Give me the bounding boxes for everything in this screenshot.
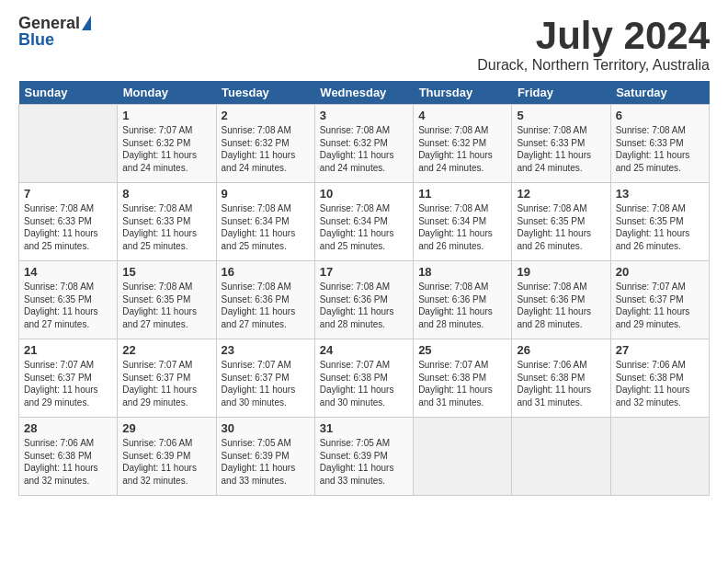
day-info: Sunrise: 7:08 AM Sunset: 6:35 PM Dayligh… (616, 202, 704, 252)
day-cell: 15Sunrise: 7:08 AM Sunset: 6:35 PM Dayli… (118, 261, 216, 339)
week-row-3: 14Sunrise: 7:08 AM Sunset: 6:35 PM Dayli… (19, 261, 710, 339)
day-cell: 13Sunrise: 7:08 AM Sunset: 6:35 PM Dayli… (610, 183, 709, 261)
day-number: 19 (517, 265, 605, 279)
day-info: Sunrise: 7:08 AM Sunset: 6:35 PM Dayligh… (517, 202, 605, 252)
day-cell: 2Sunrise: 7:08 AM Sunset: 6:32 PM Daylig… (216, 105, 314, 183)
day-cell: 19Sunrise: 7:08 AM Sunset: 6:36 PM Dayli… (512, 261, 610, 339)
header-cell-saturday: Saturday (610, 81, 709, 105)
header-cell-sunday: Sunday (19, 81, 118, 105)
day-cell: 29Sunrise: 7:06 AM Sunset: 6:39 PM Dayli… (118, 418, 216, 496)
day-cell (19, 105, 118, 183)
day-number: 27 (616, 343, 704, 357)
day-number: 23 (222, 343, 310, 357)
day-info: Sunrise: 7:07 AM Sunset: 6:32 PM Dayligh… (122, 124, 210, 174)
day-cell: 30Sunrise: 7:05 AM Sunset: 6:39 PM Dayli… (216, 418, 314, 496)
day-info: Sunrise: 7:08 AM Sunset: 6:34 PM Dayligh… (320, 202, 408, 252)
location-title: Durack, Northern Territory, Australia (477, 57, 710, 74)
day-info: Sunrise: 7:08 AM Sunset: 6:35 PM Dayligh… (24, 281, 112, 330)
week-row-5: 28Sunrise: 7:06 AM Sunset: 6:38 PM Dayli… (19, 418, 710, 496)
day-number: 3 (320, 109, 408, 122)
day-cell: 7Sunrise: 7:08 AM Sunset: 6:33 PM Daylig… (19, 183, 118, 261)
day-cell: 24Sunrise: 7:07 AM Sunset: 6:38 PM Dayli… (314, 339, 413, 418)
header-cell-tuesday: Tuesday (216, 81, 314, 105)
day-info: Sunrise: 7:06 AM Sunset: 6:38 PM Dayligh… (616, 359, 704, 408)
day-cell: 1Sunrise: 7:07 AM Sunset: 6:32 PM Daylig… (118, 105, 216, 183)
day-number: 1 (122, 109, 210, 122)
header-cell-wednesday: Wednesday (314, 81, 413, 105)
day-cell: 14Sunrise: 7:08 AM Sunset: 6:35 PM Dayli… (19, 261, 118, 339)
logo-general-text: General (18, 15, 80, 31)
day-info: Sunrise: 7:08 AM Sunset: 6:33 PM Dayligh… (122, 202, 210, 252)
logo-icon (82, 16, 91, 30)
week-row-2: 7Sunrise: 7:08 AM Sunset: 6:33 PM Daylig… (19, 183, 710, 261)
day-info: Sunrise: 7:06 AM Sunset: 6:38 PM Dayligh… (517, 359, 605, 408)
day-cell: 27Sunrise: 7:06 AM Sunset: 6:38 PM Dayli… (610, 339, 709, 418)
day-number: 15 (122, 265, 210, 279)
day-info: Sunrise: 7:08 AM Sunset: 6:32 PM Dayligh… (320, 124, 408, 174)
day-info: Sunrise: 7:08 AM Sunset: 6:32 PM Dayligh… (418, 124, 506, 174)
day-info: Sunrise: 7:08 AM Sunset: 6:35 PM Dayligh… (122, 281, 210, 330)
day-cell: 10Sunrise: 7:08 AM Sunset: 6:34 PM Dayli… (314, 183, 413, 261)
day-info: Sunrise: 7:08 AM Sunset: 6:32 PM Dayligh… (222, 124, 310, 174)
day-number: 12 (517, 187, 605, 201)
day-cell: 9Sunrise: 7:08 AM Sunset: 6:34 PM Daylig… (216, 183, 314, 261)
day-number: 25 (418, 343, 506, 357)
calendar-table: SundayMondayTuesdayWednesdayThursdayFrid… (18, 81, 710, 496)
day-info: Sunrise: 7:07 AM Sunset: 6:37 PM Dayligh… (222, 359, 310, 408)
day-info: Sunrise: 7:07 AM Sunset: 6:38 PM Dayligh… (418, 359, 506, 408)
day-number: 8 (122, 187, 210, 201)
day-cell: 18Sunrise: 7:08 AM Sunset: 6:36 PM Dayli… (414, 261, 512, 339)
month-title: July 2024 (477, 15, 710, 57)
day-info: Sunrise: 7:08 AM Sunset: 6:34 PM Dayligh… (222, 202, 310, 252)
day-info: Sunrise: 7:08 AM Sunset: 6:36 PM Dayligh… (320, 281, 408, 330)
header: General Blue July 2024 Durack, Northern … (18, 15, 710, 74)
header-cell-thursday: Thursday (414, 81, 512, 105)
day-number: 11 (418, 187, 506, 201)
day-number: 17 (320, 265, 408, 279)
day-cell: 8Sunrise: 7:08 AM Sunset: 6:33 PM Daylig… (118, 183, 216, 261)
week-row-1: 1Sunrise: 7:07 AM Sunset: 6:32 PM Daylig… (19, 105, 710, 183)
day-info: Sunrise: 7:07 AM Sunset: 6:37 PM Dayligh… (616, 281, 704, 330)
day-info: Sunrise: 7:08 AM Sunset: 6:36 PM Dayligh… (418, 281, 506, 330)
day-number: 18 (418, 265, 506, 279)
day-cell: 4Sunrise: 7:08 AM Sunset: 6:32 PM Daylig… (414, 105, 512, 183)
day-number: 13 (616, 187, 704, 201)
day-number: 9 (222, 187, 310, 201)
day-info: Sunrise: 7:08 AM Sunset: 6:36 PM Dayligh… (517, 281, 605, 330)
day-info: Sunrise: 7:06 AM Sunset: 6:38 PM Dayligh… (24, 437, 112, 487)
header-cell-monday: Monday (118, 81, 216, 105)
day-info: Sunrise: 7:07 AM Sunset: 6:37 PM Dayligh… (122, 359, 210, 408)
day-cell: 28Sunrise: 7:06 AM Sunset: 6:38 PM Dayli… (19, 418, 118, 496)
day-cell: 3Sunrise: 7:08 AM Sunset: 6:32 PM Daylig… (314, 105, 413, 183)
logo-blue-text: Blue (18, 31, 54, 48)
day-cell: 20Sunrise: 7:07 AM Sunset: 6:37 PM Dayli… (610, 261, 709, 339)
day-cell: 23Sunrise: 7:07 AM Sunset: 6:37 PM Dayli… (216, 339, 314, 418)
day-info: Sunrise: 7:08 AM Sunset: 6:34 PM Dayligh… (418, 202, 506, 252)
calendar-header: SundayMondayTuesdayWednesdayThursdayFrid… (19, 81, 710, 105)
day-number: 22 (122, 343, 210, 357)
day-number: 31 (320, 421, 408, 435)
header-row: SundayMondayTuesdayWednesdayThursdayFrid… (19, 81, 710, 105)
day-info: Sunrise: 7:08 AM Sunset: 6:33 PM Dayligh… (24, 202, 112, 252)
logo: General Blue (18, 15, 91, 48)
day-cell (414, 418, 512, 496)
day-number: 20 (616, 265, 704, 279)
day-cell: 12Sunrise: 7:08 AM Sunset: 6:35 PM Dayli… (512, 183, 610, 261)
day-number: 29 (122, 421, 210, 435)
day-number: 7 (24, 187, 112, 201)
day-number: 28 (24, 421, 112, 435)
day-cell: 17Sunrise: 7:08 AM Sunset: 6:36 PM Dayli… (314, 261, 413, 339)
day-cell: 11Sunrise: 7:08 AM Sunset: 6:34 PM Dayli… (414, 183, 512, 261)
day-info: Sunrise: 7:07 AM Sunset: 6:37 PM Dayligh… (24, 359, 112, 408)
day-info: Sunrise: 7:05 AM Sunset: 6:39 PM Dayligh… (320, 437, 408, 487)
day-cell (512, 418, 610, 496)
day-info: Sunrise: 7:05 AM Sunset: 6:39 PM Dayligh… (222, 437, 310, 487)
day-number: 30 (222, 421, 310, 435)
day-cell: 26Sunrise: 7:06 AM Sunset: 6:38 PM Dayli… (512, 339, 610, 418)
day-number: 6 (616, 109, 704, 122)
title-area: July 2024 Durack, Northern Territory, Au… (477, 15, 710, 74)
day-cell (610, 418, 709, 496)
day-number: 21 (24, 343, 112, 357)
day-info: Sunrise: 7:08 AM Sunset: 6:33 PM Dayligh… (616, 124, 704, 174)
day-cell: 5Sunrise: 7:08 AM Sunset: 6:33 PM Daylig… (512, 105, 610, 183)
